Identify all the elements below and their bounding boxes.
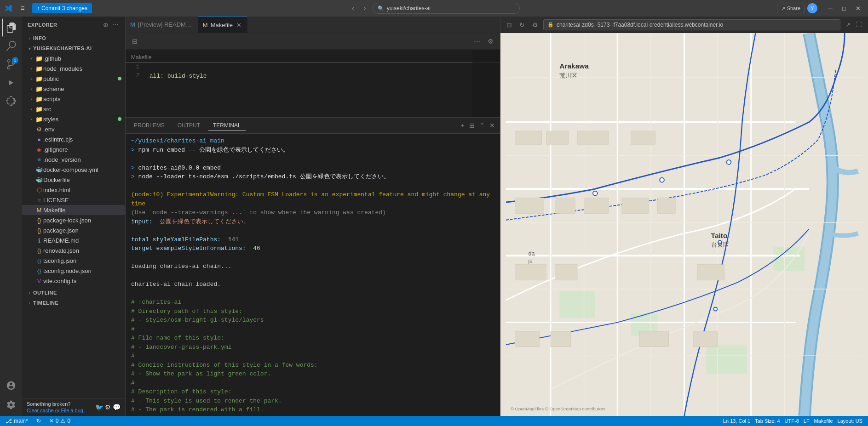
browser-url-bar[interactable]: 🔒 charitesai-zd0s--5173--f7aa08df.local-… bbox=[543, 19, 840, 30]
tree-item-dockerfile[interactable]: 🐳 Dockerfile bbox=[22, 175, 125, 185]
github-icon[interactable]: ⚙ bbox=[105, 403, 111, 411]
tree-item-github[interactable]: › 📁 .github bbox=[22, 53, 125, 63]
status-branch[interactable]: ⎇ main* bbox=[4, 418, 30, 424]
tree-item-styles[interactable]: › 📁 styles bbox=[22, 114, 125, 124]
menu-icon[interactable]: ≡ bbox=[16, 1, 29, 15]
tree-item-scripts[interactable]: › 📁 scripts bbox=[22, 94, 125, 104]
browser-open-external[interactable]: ↗ bbox=[843, 20, 853, 29]
activity-item-accounts[interactable] bbox=[2, 376, 20, 395]
sidebar-menu-btn[interactable]: ⋯ bbox=[111, 20, 120, 29]
activity-item-extensions[interactable] bbox=[2, 92, 20, 110]
svg-text:区: 区 bbox=[528, 259, 533, 265]
activity-item-explorer[interactable] bbox=[2, 18, 20, 37]
tab-output[interactable]: OUTPUT bbox=[173, 120, 205, 131]
more-btn[interactable]: ⋯ bbox=[471, 36, 483, 47]
tree-item-package-json[interactable]: {} package.json bbox=[22, 225, 125, 235]
tab-readme-preview[interactable]: M [Preview] README.md bbox=[126, 17, 198, 33]
browser-fullscreen[interactable]: ⛶ bbox=[854, 20, 864, 29]
status-errors[interactable]: ✕ 0 ⚠ 0 bbox=[47, 418, 72, 424]
tree-item-package-lock[interactable]: {} package-lock.json bbox=[22, 215, 125, 225]
sidebar-new-file-btn[interactable]: ⊕ bbox=[102, 20, 109, 29]
tree-item-node-version[interactable]: ≡ .node_version bbox=[22, 154, 125, 165]
terminal-close-btn[interactable]: ✕ bbox=[488, 120, 496, 131]
status-language[interactable]: Makefile bbox=[812, 418, 835, 424]
section-timeline[interactable]: › TIMELINE bbox=[22, 298, 125, 308]
activity-item-run[interactable] bbox=[2, 74, 20, 92]
terminal-cmd: npm run embed -- 公園を緑色で表示してください。 bbox=[138, 147, 289, 153]
file-tree: › INFO ▾ YUISEKI/CHARITES-AI › 📁 .github… bbox=[22, 33, 125, 398]
tree-item-tsconfig-node[interactable]: {} tsconfig.node.json bbox=[22, 266, 125, 276]
svg-rect-45 bbox=[515, 331, 539, 347]
tree-item-node-modules[interactable]: › 📁 node_modules bbox=[22, 63, 125, 74]
tsconfig-icon: {} bbox=[35, 257, 43, 264]
tree-item-gitignore[interactable]: ◈ .gitignore bbox=[22, 144, 125, 154]
terminal-actions: + ⊞ ⌃ ✕ bbox=[460, 120, 496, 131]
tsconfig-label: tsconfig.json bbox=[43, 257, 76, 264]
editor-toolbar: ⊟ ⋯ ⚙ bbox=[126, 33, 500, 50]
section-outline[interactable]: › OUTLINE bbox=[22, 288, 125, 298]
terminal-split-btn[interactable]: ⊞ bbox=[468, 120, 476, 131]
tree-item-index-html[interactable]: ⬡ index.html bbox=[22, 185, 125, 195]
terminal-body[interactable]: ~/yuiseki/charites-ai main > npm run emb… bbox=[126, 134, 500, 416]
status-tab-size[interactable]: Tab Size: 4 bbox=[753, 418, 782, 424]
branch-label: main* bbox=[14, 418, 28, 424]
svg-point-26 bbox=[713, 307, 717, 311]
tree-item-vite-config[interactable]: V vite.config.ts bbox=[22, 276, 125, 286]
tab-makefile-close[interactable]: ✕ bbox=[236, 21, 242, 29]
twitter-icon[interactable]: 🐦 bbox=[95, 403, 103, 411]
search-bar[interactable]: 🔍 yuiseki/charites-ai bbox=[373, 3, 520, 14]
terminal-target-val: 46 bbox=[249, 245, 260, 252]
close-button[interactable]: ✕ bbox=[851, 2, 864, 15]
share-button[interactable]: ↗ Share bbox=[777, 4, 805, 13]
editor-scrollable[interactable]: Makefile 1 2 all: build-style bbox=[126, 50, 500, 117]
tree-item-public[interactable]: › 📁 public bbox=[22, 74, 125, 84]
commit-button[interactable]: ↑ Commit 3 changes bbox=[32, 3, 92, 13]
terminal-add-btn[interactable]: + bbox=[460, 120, 466, 131]
status-encoding[interactable]: UTF-8 bbox=[783, 418, 801, 424]
status-line-ending[interactable]: LF bbox=[802, 418, 811, 424]
section-info[interactable]: › INFO bbox=[22, 33, 125, 43]
nav-back-button[interactable]: ‹ bbox=[349, 3, 357, 13]
tree-item-makefile[interactable]: M Makefile bbox=[22, 205, 125, 215]
maximize-button[interactable]: □ bbox=[838, 2, 851, 15]
src-arrow: › bbox=[28, 107, 35, 112]
minimize-button[interactable]: ─ bbox=[824, 2, 837, 15]
terminal-c6: # - landcover-grass-park.yml bbox=[131, 343, 494, 352]
discord-icon[interactable]: 💬 bbox=[113, 403, 121, 411]
browser-settings-btn[interactable]: ⚙ bbox=[530, 20, 540, 30]
status-ln[interactable]: Ln 13, Col 1 bbox=[721, 418, 752, 424]
tree-item-docker-compose[interactable]: 🐳 docker-compose.yml bbox=[22, 165, 125, 175]
tree-item-license[interactable]: ≡ LICENSE bbox=[22, 195, 125, 205]
browser-refresh-btn[interactable]: ↻ bbox=[517, 20, 527, 30]
status-layout[interactable]: Layout: US bbox=[836, 418, 864, 424]
activity-item-settings[interactable] bbox=[2, 396, 20, 414]
tab-makefile[interactable]: M Makefile ✕ bbox=[198, 17, 247, 33]
tab-problems[interactable]: PROBLEMS bbox=[129, 120, 169, 131]
status-sync[interactable]: ↻ bbox=[34, 418, 43, 424]
tree-item-src[interactable]: › 📁 src bbox=[22, 104, 125, 114]
tree-item-renovate[interactable]: {} renovate.json bbox=[22, 245, 125, 256]
avatar[interactable]: Y bbox=[807, 3, 817, 13]
settings-btn[interactable]: ⚙ bbox=[485, 36, 496, 47]
tree-item-env[interactable]: ⚙ .env bbox=[22, 124, 125, 134]
nav-forward-button[interactable]: › bbox=[361, 3, 368, 13]
activity-item-source-control[interactable]: 3 bbox=[2, 55, 20, 74]
split-editor-btn[interactable]: ⊟ bbox=[129, 36, 140, 47]
clear-cache-link[interactable]: Clear cache or File a bug! bbox=[27, 408, 92, 413]
breadcrumb-root[interactable]: Makefile bbox=[131, 54, 152, 61]
public-modified-dot bbox=[118, 77, 121, 80]
browser-lock-icon: 🔒 bbox=[547, 22, 554, 28]
tree-item-readme[interactable]: ℹ README.md bbox=[22, 235, 125, 245]
activity-item-search[interactable] bbox=[2, 37, 20, 55]
tree-item-tsconfig[interactable]: {} tsconfig.json bbox=[22, 256, 125, 266]
tree-item-scheme[interactable]: › 📁 scheme bbox=[22, 84, 125, 94]
browser-panel-toggle[interactable]: ⊟ bbox=[504, 20, 514, 30]
terminal-blank2 bbox=[131, 182, 494, 191]
tab-terminal[interactable]: TERMINAL bbox=[208, 120, 246, 131]
section-project[interactable]: ▾ YUISEKI/CHARITES-AI bbox=[22, 43, 125, 53]
outline-label: OUTLINE bbox=[33, 290, 57, 295]
sync-icon: ↻ bbox=[36, 418, 41, 424]
terminal-maximize-btn[interactable]: ⌃ bbox=[478, 120, 486, 131]
terminal-blank5 bbox=[131, 271, 494, 280]
tree-item-eslint[interactable]: ● .eslintrc.cjs bbox=[22, 134, 125, 144]
